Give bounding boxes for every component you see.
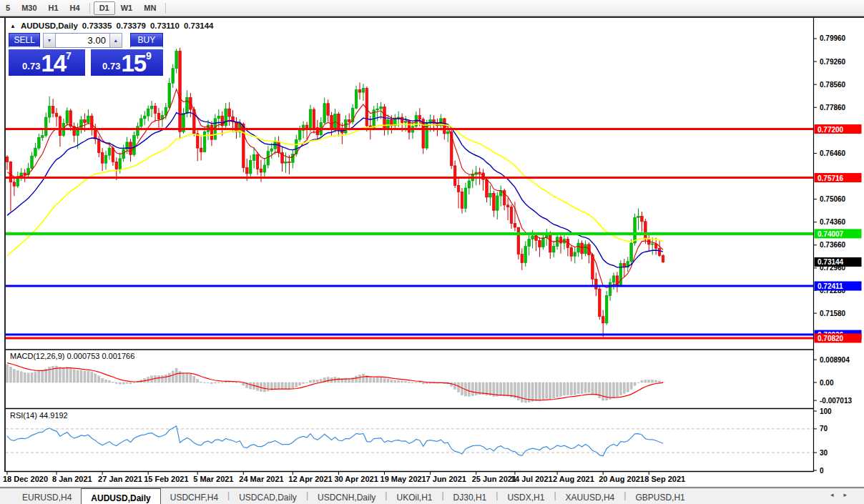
date-axis-label: 15 Feb 2021 (144, 475, 188, 483)
price-axis-label: 0.79960 (820, 34, 846, 42)
tab-scroll-left-icon: ◂ (830, 491, 844, 498)
price-axis-label: 0.75060 (820, 195, 846, 203)
sell-price-sup: 7 (66, 50, 72, 61)
timeframe-button-m30[interactable]: M30 (16, 1, 42, 15)
chart-canvas[interactable]: 0.799600.792600.785600.778600.764600.750… (0, 16, 864, 488)
rsi-indicator-label: RSI(14) 44.9192 (10, 411, 68, 420)
date-axis-label: 25 Jun 2021 (472, 475, 516, 483)
date-axis-label: 14 Jul 2021 (511, 475, 553, 483)
timeframe-button-5[interactable]: 5 (0, 1, 16, 15)
buy-button[interactable]: BUY (130, 33, 163, 48)
sell-price-big: 14 (41, 53, 66, 74)
level-badge-0.70820-label: 0.70820 (818, 335, 844, 342)
price-axis-label: 0.71580 (820, 310, 846, 317)
volume-decrease-button[interactable]: ▼ (43, 33, 56, 48)
tab-xauusd-h4[interactable]: XAUUSD,H4 (556, 488, 624, 504)
tab-scroll-right-icon: ▸ (843, 491, 857, 498)
tab-gbpusd-h1[interactable]: GBPUSD,H1 (626, 488, 694, 504)
ohlc-open: 0.73335 (82, 21, 112, 30)
tab-dj30-h1[interactable]: DJ30,H1 (444, 488, 496, 504)
macd-axis-label: 0.008904 (820, 356, 850, 364)
current-price-badge-label: 0.73144 (818, 258, 844, 266)
sell-price-display[interactable]: 0.73 14 7 (9, 49, 85, 76)
price-axis-label: 0.77860 (820, 104, 846, 112)
price-axis-label: 0.79260 (820, 58, 846, 66)
level-badge-0.77200-label: 0.77200 (818, 126, 844, 134)
date-axis-label: 27 Jan 2021 (98, 475, 142, 483)
timeframe-toolbar: 5M30H1H4D1W1MN (0, 0, 864, 16)
rsi-axis-label: 70 (820, 425, 828, 433)
toolbar-separator (89, 3, 90, 14)
level-badge-0.74007-label: 0.74007 (818, 230, 844, 238)
price-axis-label: 0.74360 (820, 218, 846, 226)
one-click-trade-panel: SELL ▼ ▲ BUY 0.73 14 7 0.73 15 9 (9, 33, 163, 76)
buy-price-big: 15 (121, 53, 146, 74)
buy-price-sup: 9 (146, 50, 152, 61)
date-axis-label: 24 Mar 2021 (239, 475, 283, 483)
chart-background (0, 16, 864, 488)
tab-usdchf-h4[interactable]: USDCHF,H4 (161, 488, 227, 504)
timeframe-button-h4[interactable]: H4 (64, 1, 86, 15)
tab-eurusd-h4[interactable]: EURUSD,H4 (13, 488, 81, 504)
date-axis-label: 19 May 2021 (381, 475, 426, 483)
rsi-axis-label: 100 (820, 407, 832, 415)
rsi-axis-label: 0 (820, 467, 824, 475)
date-axis-label: 12 Apr 2021 (288, 475, 332, 483)
timeframe-button-mn[interactable]: MN (138, 1, 162, 15)
timeframe-button-d1[interactable]: D1 (94, 1, 115, 15)
macd-axis-label: 0.00 (820, 379, 834, 387)
chart-window: 0.799600.792600.785600.778600.764600.750… (0, 16, 864, 488)
date-axis-label: 8 Sep 2021 (644, 475, 685, 483)
tab-ukoil-h1[interactable]: UKOil,H1 (387, 488, 441, 504)
chart-tab-bar: EURUSD,H4AUDUSD,DailyUSDCHF,H4|USDCAD,Da… (0, 488, 864, 504)
timeframe-button-h1[interactable]: H1 (43, 1, 64, 15)
date-axis-label: 18 Dec 2020 (3, 475, 48, 483)
date-axis-label: 7 Jun 2021 (426, 475, 466, 483)
date-axis-label: 5 Mar 2021 (193, 475, 233, 483)
sell-price-prefix: 0.73 (22, 61, 40, 71)
tab-audusd-daily[interactable]: AUDUSD,Daily (81, 488, 160, 504)
ohlc-close: 0.73144 (184, 21, 214, 30)
tab-usdcad-daily[interactable]: USDCAD,Daily (230, 488, 306, 504)
price-axis-label: 0.76460 (820, 149, 846, 157)
buy-price-prefix: 0.73 (102, 61, 120, 71)
tab-scroll-arrows[interactable]: ◂▸ (830, 491, 857, 498)
price-axis-label: 0.73660 (820, 241, 846, 249)
level-badge-0.75716-label: 0.75716 (818, 174, 844, 182)
collapse-panel-icon[interactable]: ▲ (10, 23, 16, 29)
chart-symbol-title: AUDUSD,Daily (21, 21, 78, 30)
macd-axis-label: -0.007013 (820, 397, 852, 405)
ohlc-low: 0.73110 (150, 21, 180, 30)
timeframe-button-w1[interactable]: W1 (115, 1, 139, 15)
volume-increase-button[interactable]: ▲ (109, 33, 122, 48)
sell-button[interactable]: SELL (9, 33, 40, 48)
date-axis-label: 30 Apr 2021 (334, 475, 378, 483)
tab-usdx-h1[interactable]: USDX,H1 (498, 488, 554, 504)
ohlc-high: 0.73379 (116, 21, 146, 30)
price-axis-label: 0.78560 (820, 81, 846, 89)
date-axis-label: 2 Aug 2021 (553, 475, 594, 483)
tab-usdcnh-daily[interactable]: USDCNH,Daily (308, 488, 385, 504)
rsi-axis-label: 30 (820, 449, 828, 457)
date-axis-label: 8 Jan 2021 (52, 475, 92, 483)
chart-header: ▲AUDUSD,Daily0.733350.733790.731100.7314… (10, 21, 213, 30)
buy-price-display[interactable]: 0.73 15 9 (91, 49, 163, 76)
volume-input[interactable] (56, 33, 109, 48)
macd-indicator-label: MACD(12,26,9) 0.000753 0.001766 (10, 352, 134, 360)
date-axis-label: 20 Aug 2021 (599, 475, 644, 483)
level-badge-0.72411-label: 0.72411 (818, 282, 843, 290)
toolbar-separator (165, 3, 166, 14)
